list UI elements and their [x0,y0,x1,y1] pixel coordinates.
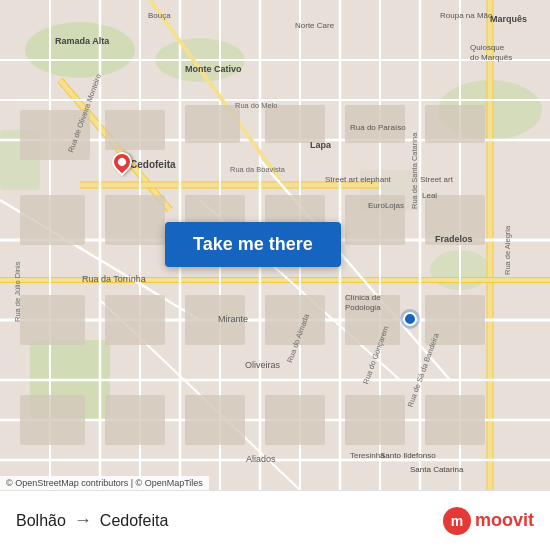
route-info: Bolhão → Cedofeita [16,510,443,531]
svg-text:Rua de Júlio Dinis: Rua de Júlio Dinis [13,261,22,322]
svg-point-2 [25,22,135,78]
route-to: Cedofeita [100,512,169,530]
origin-dot [403,312,417,326]
svg-text:Leal: Leal [422,191,437,200]
svg-rect-44 [265,105,325,143]
route-arrow: → [74,510,92,531]
svg-text:Santo Ildefonso: Santo Ildefonso [380,451,436,460]
svg-text:Rua de Santa Catarina: Rua de Santa Catarina [410,132,419,209]
moovit-logo: m moovit [443,507,534,535]
svg-rect-42 [105,110,165,150]
svg-text:Rua da Boavista: Rua da Boavista [230,165,286,174]
svg-rect-62 [265,395,325,445]
svg-text:Rua de Alegria: Rua de Alegria [503,225,512,275]
svg-rect-53 [20,295,85,345]
svg-text:Lapa: Lapa [310,140,332,150]
svg-rect-43 [185,105,240,143]
svg-text:Marquês: Marquês [490,14,527,24]
svg-text:Rua do Paraíso: Rua do Paraíso [350,123,406,132]
svg-text:Clínica de: Clínica de [345,293,381,302]
svg-text:Bouça: Bouça [148,11,171,20]
svg-text:Mirante: Mirante [218,314,248,324]
svg-text:Ramada Alta: Ramada Alta [55,36,110,46]
moovit-icon: m [443,507,471,535]
svg-rect-61 [185,395,245,445]
svg-rect-60 [105,395,165,445]
svg-rect-64 [425,395,485,445]
svg-rect-54 [105,295,165,345]
svg-rect-63 [345,395,405,445]
svg-rect-48 [105,195,165,245]
moovit-name: moovit [475,510,534,531]
bottom-bar: Bolhão → Cedofeita m moovit [0,490,550,550]
marker-pin [108,148,136,176]
map-container: Ramada Alta Bouça Norte Care Monte Cativ… [0,0,550,490]
svg-text:Fradelos: Fradelos [435,234,473,244]
svg-text:do Marquês: do Marquês [470,53,512,62]
svg-text:Street art elephant: Street art elephant [325,175,392,184]
svg-rect-59 [20,395,85,445]
svg-text:Aliados: Aliados [246,454,276,464]
svg-text:Quiosque: Quiosque [470,43,505,52]
route-from: Bolhão [16,512,66,530]
svg-text:EuroLojas: EuroLojas [368,201,404,210]
svg-text:Street art: Street art [420,175,454,184]
svg-text:Oliveiras: Oliveiras [245,360,281,370]
svg-text:Teresinha: Teresinha [350,451,385,460]
map-attribution: © OpenStreetMap contributors | © OpenMap… [0,476,209,490]
svg-text:Podologia: Podologia [345,303,381,312]
take-me-there-button[interactable]: Take me there [165,222,341,267]
svg-text:Norte Care: Norte Care [295,21,335,30]
svg-text:Cedofeita: Cedofeita [130,159,176,170]
svg-rect-47 [20,195,85,245]
svg-text:Rua da Torrinha: Rua da Torrinha [82,274,146,284]
svg-text:Rua do Melo: Rua do Melo [235,101,278,110]
destination-marker [112,152,132,176]
svg-text:Monte Cativo: Monte Cativo [185,64,242,74]
svg-text:Roupa na Mão: Roupa na Mão [440,11,493,20]
svg-rect-46 [425,105,485,143]
svg-text:Santa Catarina: Santa Catarina [410,465,464,474]
